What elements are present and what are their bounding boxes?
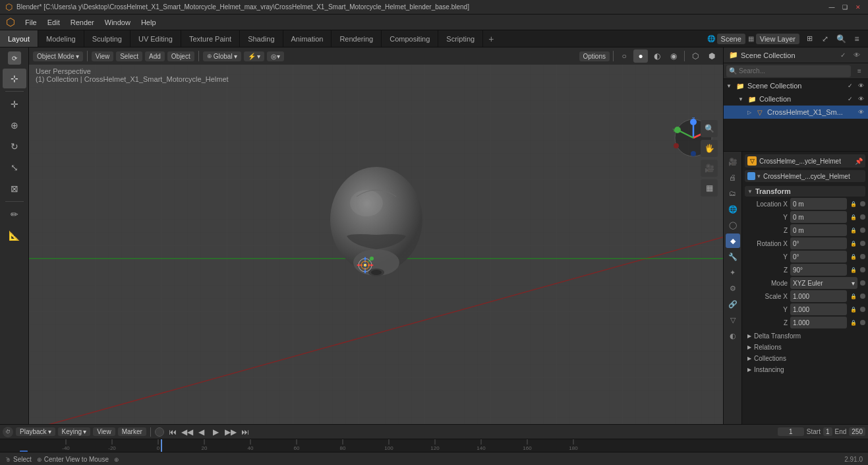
scale-x-keyframe-dot[interactable] bbox=[860, 294, 865, 299]
viewport[interactable]: Object Mode ▾ View Select Add Object ⊕ G… bbox=[29, 47, 723, 424]
collections-header[interactable]: ▶ Collections bbox=[745, 354, 865, 363]
transform-tool[interactable]: ⊠ bbox=[3, 179, 26, 199]
location-y-keyframe-dot[interactable] bbox=[860, 214, 865, 220]
rotation-z-lock[interactable]: 🔒 bbox=[850, 266, 857, 274]
select-tool[interactable]: ⊹ bbox=[3, 69, 26, 88]
close-button[interactable]: ✕ bbox=[854, 3, 863, 12]
jump-end-button[interactable]: ⏭ bbox=[239, 426, 251, 438]
location-y-lock[interactable]: 🔒 bbox=[850, 213, 857, 221]
outliner-visibility-icon[interactable]: 👁 bbox=[851, 49, 863, 61]
object-selector[interactable]: ▽ CrossHelme_...ycle_Helmet 📌 bbox=[745, 154, 865, 168]
viewport-shading-material[interactable]: ◐ bbox=[650, 49, 664, 63]
zoom-in-button[interactable]: 🔍 bbox=[701, 120, 718, 137]
physics-props-icon[interactable]: ⚙ bbox=[726, 281, 740, 295]
collection-eye-icon[interactable]: 👁 bbox=[856, 94, 865, 104]
timeline-header-icon[interactable]: ⏱ bbox=[3, 427, 13, 437]
tab-sculpting[interactable]: Sculpting bbox=[84, 30, 130, 47]
world-props-icon[interactable]: ◯ bbox=[726, 218, 740, 232]
location-y-value[interactable]: 0 m bbox=[790, 211, 847, 223]
timeline-strip[interactable]: -40 -20 0 20 40 60 80 100 120 140 160 18… bbox=[0, 439, 868, 452]
xray-toggle[interactable]: ⬢ bbox=[705, 49, 719, 63]
rotation-mode-dropdown[interactable]: XYZ Euler ▾ bbox=[790, 277, 857, 289]
location-x-lock[interactable]: 🔒 bbox=[850, 200, 857, 208]
location-x-value[interactable]: 0 m bbox=[790, 198, 847, 210]
material-props-icon[interactable]: ◐ bbox=[726, 328, 740, 343]
tab-uv-editing[interactable]: UV Editing bbox=[130, 30, 181, 47]
scene-collection-check-icon[interactable]: ✓ bbox=[846, 81, 855, 90]
location-z-keyframe-dot[interactable] bbox=[860, 228, 865, 233]
play-button[interactable]: ▶ bbox=[210, 426, 222, 438]
menu-window[interactable]: Window bbox=[100, 17, 136, 28]
proportional-edit[interactable]: ◎▾ bbox=[267, 51, 284, 61]
add-workspace-button[interactable]: + bbox=[483, 30, 499, 47]
output-props-icon[interactable]: 🖨 bbox=[726, 170, 740, 185]
scale-z-value[interactable]: 1.000 bbox=[790, 317, 847, 328]
playback-menu[interactable]: Playback ▾ bbox=[16, 427, 55, 436]
transform-section-header[interactable]: ▼ Transform bbox=[745, 186, 865, 197]
titlebar-controls[interactable]: — ❑ ✕ bbox=[827, 3, 863, 12]
minimize-button[interactable]: — bbox=[827, 3, 836, 12]
move-tool[interactable]: ⊕ bbox=[3, 115, 26, 135]
tab-shading[interactable]: Shading bbox=[240, 30, 283, 47]
outliner-row-collection[interactable]: ▼ 📁 Collection ✓ 👁 bbox=[724, 92, 868, 106]
snap-dropdown[interactable]: ⚡ ▾ bbox=[244, 51, 264, 61]
scale-x-value[interactable]: 1.000 bbox=[790, 290, 847, 302]
camera-button[interactable]: 🎥 bbox=[701, 160, 718, 177]
blender-logo[interactable]: ⬡ bbox=[3, 15, 18, 30]
add-menu[interactable]: Add bbox=[145, 51, 165, 61]
constraints-props-icon[interactable]: 🔗 bbox=[726, 297, 740, 311]
relations-header[interactable]: ▶ Relations bbox=[745, 342, 865, 352]
scale-z-keyframe-dot[interactable] bbox=[860, 320, 865, 325]
rotate-tool[interactable]: ↻ bbox=[3, 137, 26, 156]
scale-z-lock[interactable]: 🔒 bbox=[850, 319, 857, 326]
transform-dropdown[interactable]: ⊕ Global ▾ bbox=[203, 51, 241, 61]
current-frame-input[interactable]: 1 bbox=[778, 427, 804, 436]
scene-collection-eye-icon[interactable]: 👁 bbox=[856, 81, 865, 90]
prev-frame-button[interactable]: ◀ bbox=[196, 426, 208, 438]
overlay-toggle[interactable]: ⬡ bbox=[688, 49, 703, 63]
record-button[interactable] bbox=[155, 427, 164, 437]
rotation-x-keyframe-dot[interactable] bbox=[860, 241, 865, 246]
prev-keyframe-button[interactable]: ◀◀ bbox=[181, 426, 193, 438]
tab-texture-paint[interactable]: Texture Paint bbox=[181, 30, 240, 47]
scene-props-icon[interactable]: 🌐 bbox=[726, 202, 740, 216]
object-menu[interactable]: Object bbox=[167, 51, 194, 61]
select-menu[interactable]: Select bbox=[116, 51, 142, 61]
fullscreen-icon[interactable]: ⤢ bbox=[818, 32, 832, 46]
cursor-tool[interactable]: ✛ bbox=[3, 94, 26, 114]
scene-label[interactable]: Scene bbox=[717, 34, 745, 44]
measure-tool[interactable]: 📐 bbox=[3, 226, 26, 245]
marker-menu[interactable]: Marker bbox=[118, 427, 146, 436]
rotation-z-keyframe-dot[interactable] bbox=[860, 267, 865, 272]
end-frame-value[interactable]: 250 bbox=[849, 427, 865, 436]
scene-selector[interactable]: 🌐 Scene bbox=[707, 34, 745, 44]
outliner-filter-button[interactable]: ≡ bbox=[854, 65, 865, 77]
menu-file[interactable]: File bbox=[20, 17, 42, 28]
scale-tool[interactable]: ⤡ bbox=[3, 158, 26, 177]
view-menu[interactable]: View bbox=[92, 51, 114, 61]
data-dropdown-icon[interactable]: ▾ bbox=[757, 173, 761, 179]
outliner-row-object[interactable]: ▷ ▽ CrossHelmet_X1_Sm... 👁 bbox=[724, 106, 868, 119]
viewport-shading-solid[interactable]: ● bbox=[633, 49, 648, 63]
viewport-shading-wire[interactable]: ○ bbox=[617, 49, 631, 63]
viewlayer-label[interactable]: View Layer bbox=[756, 34, 799, 44]
rotation-z-value[interactable]: 90° bbox=[790, 264, 847, 276]
particles-props-icon[interactable]: ✦ bbox=[726, 265, 740, 280]
pan-button[interactable]: 🖐 bbox=[701, 140, 718, 157]
tab-layout[interactable]: Layout bbox=[0, 30, 38, 47]
view-layer-props-icon[interactable]: 🗂 bbox=[726, 186, 740, 201]
outliner-filter-icon[interactable]: ✓ bbox=[837, 49, 849, 61]
mode-dot[interactable] bbox=[860, 280, 865, 286]
tab-rendering[interactable]: Rendering bbox=[332, 30, 382, 47]
helmet-3d-object[interactable] bbox=[317, 164, 436, 295]
rotation-x-lock[interactable]: 🔒 bbox=[850, 239, 857, 247]
modifier-props-icon[interactable]: 🔧 bbox=[726, 249, 740, 264]
scale-x-lock[interactable]: 🔒 bbox=[850, 292, 857, 300]
view-grid-button[interactable]: ▦ bbox=[701, 179, 718, 197]
view-menu-timeline[interactable]: View bbox=[93, 427, 115, 436]
transform-gizmo[interactable] bbox=[355, 255, 368, 268]
jump-start-button[interactable]: ⏮ bbox=[167, 426, 179, 438]
collection-check-icon[interactable]: ✓ bbox=[846, 94, 855, 104]
mode-icon[interactable]: ⟳ bbox=[8, 51, 21, 65]
rotation-y-value[interactable]: 0° bbox=[790, 251, 847, 263]
